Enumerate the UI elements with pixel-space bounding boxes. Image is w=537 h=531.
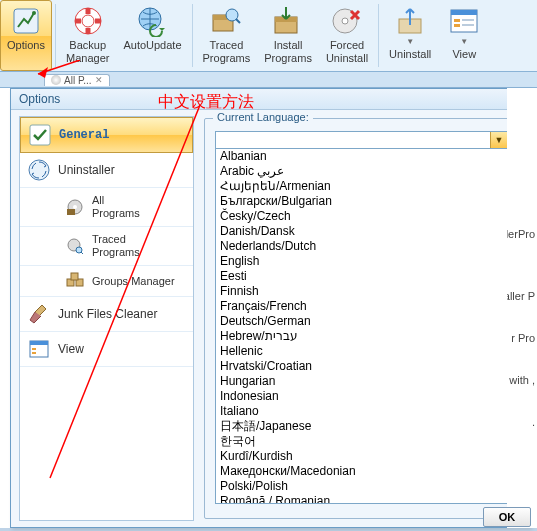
language-option[interactable]: Indonesian [216, 389, 507, 404]
svg-rect-31 [32, 348, 36, 350]
disc-x-icon [331, 5, 363, 37]
cropped-background-text: allerPro aller P r Pro , with . . [507, 88, 537, 528]
chevron-down-icon: ▼ [460, 37, 468, 46]
globe-refresh-icon [136, 5, 168, 37]
language-dropdown[interactable]: ▼ AlbanianArabic عربيՀայերեն/ArmenianБъл… [215, 131, 508, 504]
tab-label: All P... [64, 75, 92, 86]
ribbon-toolbar: Options Backup Manager AutoUpdate Traced… [0, 0, 537, 72]
language-option[interactable]: Български/Bulgarian [216, 194, 507, 209]
window-title: Options [11, 89, 529, 110]
sidebar-label: General [59, 128, 109, 142]
sidebar-item-all-programs[interactable]: All Programs [20, 188, 193, 227]
language-option[interactable]: Finnish [216, 284, 507, 299]
language-pane: Current Language: ▼ AlbanianArabic عربيՀ… [202, 116, 521, 521]
traced-programs-button[interactable]: Traced Programs [196, 0, 258, 71]
language-option[interactable]: Italiano [216, 404, 507, 419]
language-option[interactable]: 한국어 [216, 434, 507, 449]
uninstall-label: Uninstall [389, 48, 431, 61]
view-label: View [452, 48, 476, 61]
language-option[interactable]: Hellenic [216, 344, 507, 359]
dropdown-list[interactable]: AlbanianArabic عربيՀայերեն/ArmenianБълга… [215, 149, 508, 504]
sidebar-item-groups-manager[interactable]: Groups Manager [20, 266, 193, 297]
options-sidebar: General Uninstaller All Programs Traced … [19, 116, 194, 521]
lifebuoy-icon [72, 5, 104, 37]
language-option[interactable]: Deutsch/German [216, 314, 507, 329]
svg-rect-16 [454, 24, 460, 27]
language-option[interactable]: Eesti [216, 269, 507, 284]
sidebar-item-traced-programs[interactable]: Traced Programs [20, 227, 193, 266]
install-programs-button[interactable]: Install Programs [257, 0, 319, 71]
box-search-icon [210, 5, 242, 37]
sidebar-item-view[interactable]: View [20, 332, 193, 367]
options-window: Options General Uninstaller All Programs [10, 88, 530, 528]
ok-label: OK [499, 511, 516, 523]
window-icon [448, 5, 480, 37]
box-down-icon [272, 5, 304, 37]
language-option[interactable]: Hebrew/עברית [216, 329, 507, 344]
svg-rect-17 [462, 19, 474, 21]
language-option[interactable]: Română / Romanian [216, 494, 507, 504]
close-icon[interactable]: ✕ [95, 75, 103, 85]
language-option[interactable]: Polski/Polish [216, 479, 507, 494]
recycle-icon [28, 159, 50, 181]
backup-manager-button[interactable]: Backup Manager [59, 0, 116, 71]
sidebar-item-junk-cleaner[interactable]: Junk Files Cleaner [20, 297, 193, 332]
view-button[interactable]: ▼ View [438, 0, 490, 71]
chevron-down-icon: ▼ [406, 37, 414, 46]
fieldset-legend: Current Language: [213, 111, 313, 123]
sidebar-label: Groups Manager [92, 275, 175, 288]
svg-rect-14 [451, 10, 477, 15]
box-up-icon [394, 5, 426, 37]
language-option[interactable]: Arabic عربي [216, 164, 507, 179]
language-option[interactable]: Albanian [216, 149, 507, 164]
language-option[interactable]: Česky/Czech [216, 209, 507, 224]
uninstall-button[interactable]: ▼ Uninstall [382, 0, 438, 71]
disc-stack-icon [66, 198, 84, 216]
options-icon [10, 5, 42, 37]
tab-all-programs[interactable]: All P... ✕ [44, 74, 110, 86]
sidebar-label: Junk Files Cleaner [58, 307, 157, 321]
broom-icon [28, 303, 50, 325]
svg-rect-23 [67, 209, 75, 215]
language-option[interactable]: English [216, 254, 507, 269]
boxes-icon [66, 272, 84, 290]
language-option[interactable]: Kurdî/Kurdish [216, 449, 507, 464]
language-option[interactable]: Danish/Dansk [216, 224, 507, 239]
language-option[interactable]: Македонски/Macedonian [216, 464, 507, 479]
svg-rect-30 [30, 341, 48, 345]
backup-label: Backup Manager [66, 39, 109, 65]
language-option[interactable]: Hrvatski/Croatian [216, 359, 507, 374]
dropdown-header[interactable]: ▼ [215, 131, 508, 149]
svg-point-22 [73, 205, 77, 209]
window-icon [28, 338, 50, 360]
autoupdate-label: AutoUpdate [123, 39, 181, 52]
svg-rect-32 [32, 352, 36, 354]
ok-button[interactable]: OK [483, 507, 531, 527]
sidebar-label: Uninstaller [58, 163, 115, 177]
forced-uninstall-button[interactable]: Forced Uninstall [319, 0, 375, 71]
svg-point-20 [29, 160, 49, 180]
language-option[interactable]: Հայերեն/Armenian [216, 179, 507, 194]
svg-point-1 [32, 11, 36, 15]
traced-label: Traced Programs [203, 39, 251, 65]
language-option[interactable]: 日本語/Japanese [216, 419, 507, 434]
check-icon [29, 124, 51, 146]
language-option[interactable]: Nederlands/Dutch [216, 239, 507, 254]
sidebar-label: All Programs [92, 194, 140, 220]
language-option[interactable]: Français/French [216, 299, 507, 314]
options-button[interactable]: Options [0, 0, 52, 71]
sidebar-item-general[interactable]: General [20, 117, 193, 153]
svg-rect-18 [462, 24, 474, 26]
sidebar-item-uninstaller[interactable]: Uninstaller [20, 153, 193, 188]
tab-strip: All P... ✕ [0, 72, 537, 88]
disc-search-icon [66, 237, 84, 255]
svg-point-11 [342, 18, 348, 24]
install-label: Install Programs [264, 39, 312, 65]
autoupdate-button[interactable]: AutoUpdate [116, 0, 188, 71]
svg-point-3 [82, 15, 94, 27]
svg-rect-28 [71, 273, 78, 280]
language-option[interactable]: Hungarian [216, 374, 507, 389]
chevron-down-icon[interactable]: ▼ [490, 132, 507, 148]
sidebar-label: View [58, 342, 84, 356]
sidebar-label: Traced Programs [92, 233, 140, 259]
